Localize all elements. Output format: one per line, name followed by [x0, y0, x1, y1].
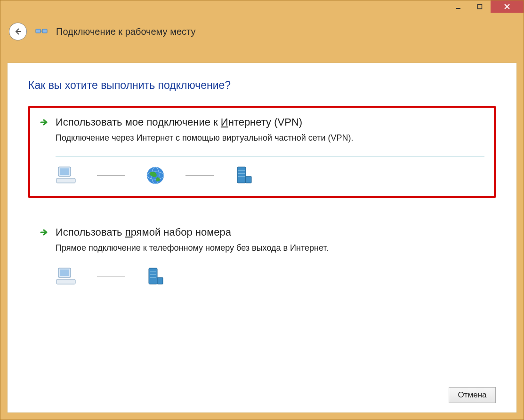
option-dial-header: Использовать прямой набор номера — [40, 226, 484, 238]
svg-rect-22 — [149, 268, 157, 284]
content-pane: Как вы хотите выполнить подключение? Исп… — [7, 63, 517, 413]
option-dial-diagram — [56, 266, 484, 287]
svg-rect-5 — [36, 29, 40, 33]
option-vpn[interactable]: Использовать мое подключение к Интернету… — [28, 106, 496, 198]
svg-rect-1 — [478, 5, 482, 9]
wizard-window: Подключение к рабочему месту Как вы хоти… — [0, 0, 524, 420]
svg-rect-26 — [157, 277, 163, 284]
option-dial-title: Использовать прямой набор номера — [56, 226, 231, 238]
close-button[interactable] — [491, 0, 524, 13]
footer: Отмена — [28, 381, 496, 403]
option-dial[interactable]: Использовать прямой набор номера Прямое … — [28, 216, 496, 299]
option-vpn-title-accel: И — [221, 116, 228, 128]
option-vpn-title-pre: Использовать мое подключение к — [56, 116, 221, 128]
computer-icon — [56, 165, 78, 186]
svg-rect-9 — [60, 168, 69, 175]
option-dial-desc: Прямое подключение к телефонному номеру … — [56, 243, 484, 253]
option-vpn-title: Использовать мое подключение к Интернету… — [56, 116, 302, 128]
server-icon — [233, 165, 255, 186]
server-icon — [144, 266, 167, 287]
svg-rect-18 — [246, 176, 251, 183]
connector-line — [97, 277, 125, 277]
option-vpn-diagram — [56, 156, 484, 186]
wizard-header: Подключение к рабочему месту — [0, 16, 524, 47]
wizard-title: Подключение к рабочему месту — [56, 26, 195, 37]
cancel-button[interactable]: Отмена — [449, 387, 496, 403]
arrow-right-icon — [40, 228, 49, 237]
computer-icon — [56, 266, 78, 287]
wizard-icon — [35, 26, 48, 37]
maximize-button[interactable] — [469, 0, 491, 13]
option-dial-title-accel: п — [125, 226, 131, 238]
arrow-right-icon — [40, 118, 49, 127]
svg-rect-20 — [60, 269, 69, 276]
connector-line — [185, 175, 214, 176]
svg-rect-14 — [237, 167, 246, 183]
back-button[interactable] — [9, 23, 27, 40]
svg-rect-6 — [42, 29, 47, 33]
connector-line — [97, 175, 125, 176]
question-heading: Как вы хотите выполнить подключение? — [28, 79, 496, 92]
minimize-button[interactable] — [447, 0, 469, 13]
option-vpn-desc: Подключение через Интернет с помощью вир… — [56, 133, 484, 143]
option-vpn-title-post: нтернету (VPN) — [228, 116, 302, 128]
svg-rect-10 — [56, 178, 75, 183]
titlebar — [0, 0, 524, 16]
option-dial-title-pre: Использовать — [56, 226, 125, 238]
globe-icon — [144, 165, 167, 186]
svg-rect-21 — [56, 279, 75, 284]
option-vpn-header: Использовать мое подключение к Интернету… — [40, 116, 484, 128]
option-dial-title-post: рямой набор номера — [131, 226, 231, 238]
